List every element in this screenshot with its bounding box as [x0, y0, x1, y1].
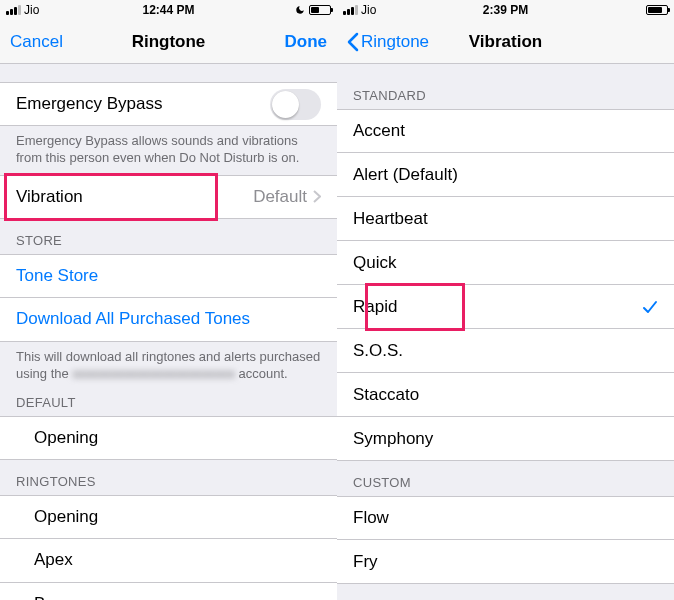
signal-icon [6, 5, 21, 15]
chevron-left-icon [347, 32, 359, 52]
tone-store-row[interactable]: Tone Store [0, 254, 337, 298]
battery-icon [646, 5, 668, 15]
standard-header: STANDARD [337, 64, 674, 109]
download-all-row[interactable]: Download All Purchased Tones [0, 298, 337, 342]
ringtone-screen: Jio 12:44 PM Cancel Ringtone Done Emerge… [0, 0, 337, 600]
vibration-screen: Jio 2:39 PM Ringtone Vibration STANDARD … [337, 0, 674, 600]
ringtones-header: RINGTONES [0, 460, 337, 495]
default-header: DEFAULT [0, 391, 337, 416]
vibration-option-row[interactable]: Alert (Default) [337, 153, 674, 197]
status-bar: Jio 2:39 PM [337, 0, 674, 20]
ringtone-row[interactable]: Opening [0, 495, 337, 539]
done-button[interactable]: Done [285, 32, 328, 52]
vibration-option-row[interactable]: Staccato [337, 373, 674, 417]
carrier-label: Jio [361, 3, 376, 17]
ringtone-row[interactable]: Beacon [0, 583, 337, 600]
custom-vibration-row[interactable]: Fry [337, 540, 674, 584]
vibration-option-row[interactable]: S.O.S. [337, 329, 674, 373]
emergency-bypass-footer: Emergency Bypass allows sounds and vibra… [0, 126, 337, 175]
carrier-label: Jio [24, 3, 39, 17]
vibration-option-row[interactable]: Quick [337, 241, 674, 285]
store-header: STORE [0, 219, 337, 254]
cancel-button[interactable]: Cancel [10, 32, 63, 52]
emergency-bypass-toggle[interactable] [270, 89, 321, 120]
custom-vibration-row[interactable]: Flow [337, 496, 674, 540]
emergency-bypass-label: Emergency Bypass [16, 94, 270, 114]
download-all-label: Download All Purchased Tones [16, 309, 250, 329]
vibration-row[interactable]: Vibration Default [0, 175, 337, 219]
vibration-option-row[interactable]: Heartbeat [337, 197, 674, 241]
status-time: 12:44 PM [142, 3, 194, 17]
checkmark-icon [642, 299, 658, 315]
nav-title: Ringtone [132, 32, 206, 52]
store-footer: This will download all ringtones and ale… [0, 342, 337, 391]
custom-header: CUSTOM [337, 461, 674, 496]
vibration-option-row-selected[interactable]: Rapid [337, 285, 674, 329]
redacted-account: xxxxxxxxxxxxxxxxxxxxxxxxx [72, 366, 235, 383]
back-button[interactable]: Ringtone [347, 32, 429, 52]
chevron-right-icon [313, 190, 321, 203]
status-bar: Jio 12:44 PM [0, 0, 337, 20]
status-time: 2:39 PM [483, 3, 528, 17]
tone-store-label: Tone Store [16, 266, 98, 286]
nav-bar: Ringtone Vibration [337, 20, 674, 64]
default-tone-row[interactable]: Opening [0, 416, 337, 460]
vibration-value: Default [253, 187, 307, 207]
nav-title: Vibration [469, 32, 542, 52]
battery-icon [309, 5, 331, 15]
vibration-label: Vibration [16, 187, 253, 207]
signal-icon [343, 5, 358, 15]
nav-bar: Cancel Ringtone Done [0, 20, 337, 64]
vibration-option-row[interactable]: Accent [337, 109, 674, 153]
ringtone-row[interactable]: Apex [0, 539, 337, 583]
vibration-option-row[interactable]: Symphony [337, 417, 674, 461]
do-not-disturb-icon [295, 5, 305, 15]
emergency-bypass-row: Emergency Bypass [0, 82, 337, 126]
